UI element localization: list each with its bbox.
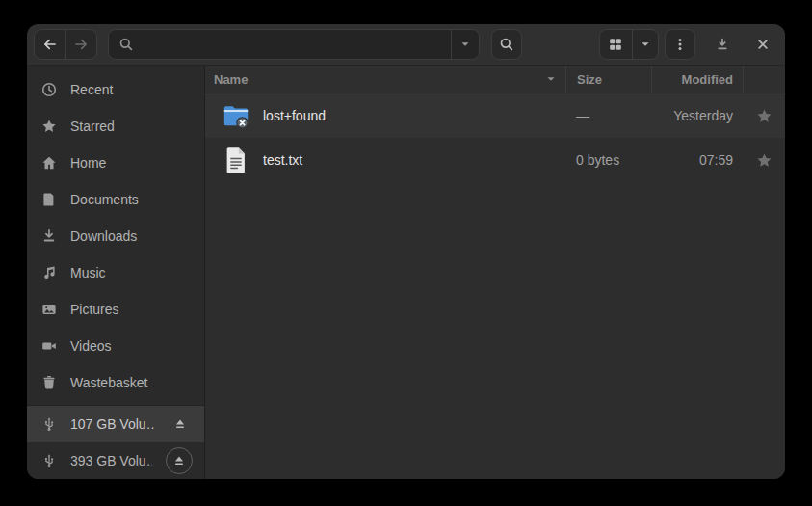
- star-toggle-icon[interactable]: [756, 152, 773, 169]
- nav-button-group: [34, 29, 97, 60]
- sidebar-item-label: Pictures: [70, 302, 119, 317]
- trash-icon: [41, 375, 57, 390]
- sidebar-item-documents[interactable]: Documents: [27, 181, 204, 218]
- text-file-icon: [222, 146, 250, 174]
- sidebar-item-label: Wastebasket: [70, 375, 147, 390]
- star-icon: [41, 119, 57, 134]
- forward-button[interactable]: [65, 30, 97, 59]
- hamburger-menu-button[interactable]: [665, 29, 695, 60]
- clock-icon: [41, 82, 57, 97]
- cell-modified: 07:59: [651, 152, 743, 168]
- sidebar-item-label: Starred: [70, 119, 115, 134]
- download-icon: [41, 228, 57, 244]
- file-name: test.txt: [263, 152, 302, 168]
- file-modified: Yesterday: [673, 108, 733, 123]
- entry-dropdown-button[interactable]: [451, 30, 479, 59]
- file-size: —: [576, 108, 589, 123]
- column-header-label: Name: [214, 72, 248, 87]
- file-row-test-txt[interactable]: test.txt 0 bytes 07:59: [205, 138, 785, 182]
- sidebar-item-label: Home: [70, 155, 106, 171]
- search-icon: [499, 37, 514, 52]
- location-search-entry[interactable]: [108, 29, 480, 60]
- sort-descending-icon: [545, 73, 557, 85]
- volume-label: 393 GB Volu…: [70, 453, 152, 468]
- eject-button[interactable]: [168, 412, 193, 437]
- sidebar-volume-393gb[interactable]: 393 GB Volu…: [27, 442, 204, 479]
- sidebar-item-music[interactable]: Music: [27, 254, 204, 291]
- star-toggle-icon[interactable]: [756, 108, 773, 124]
- cell-star: [743, 108, 785, 124]
- music-icon: [41, 265, 57, 280]
- headerbar[interactable]: [27, 24, 785, 66]
- sidebar-item-label: Music: [70, 265, 106, 280]
- kebab-menu-icon: [672, 37, 688, 52]
- view-options-button[interactable]: [632, 30, 659, 59]
- cell-name: lost+found: [205, 101, 565, 130]
- eject-button[interactable]: [166, 447, 193, 474]
- back-icon: [42, 37, 58, 52]
- sidebar-item-label: Downloads: [70, 228, 137, 244]
- downloads-progress-button[interactable]: [708, 30, 737, 59]
- sidebar-item-recent[interactable]: Recent: [27, 71, 204, 108]
- eject-icon: [172, 454, 186, 467]
- file-name: lost+found: [263, 108, 326, 123]
- search-icon: [109, 30, 134, 59]
- grid-view-button[interactable]: [600, 30, 632, 59]
- sidebar-item-label: Recent: [70, 82, 113, 97]
- file-modified: 07:59: [699, 152, 733, 168]
- column-header-star[interactable]: [743, 66, 785, 93]
- usb-drive-icon: [41, 453, 57, 468]
- sidebar-item-wastebasket[interactable]: Wastebasket: [27, 364, 204, 401]
- column-header-size[interactable]: Size: [565, 66, 651, 93]
- column-header-label: Modified: [682, 72, 733, 87]
- volume-label: 107 GB Volu…: [70, 416, 154, 432]
- file-list-pane: Name Size Modified: [205, 66, 785, 479]
- search-toggle-button[interactable]: [491, 29, 522, 60]
- cell-name: test.txt: [205, 146, 565, 174]
- file-size: 0 bytes: [576, 152, 619, 168]
- eject-icon: [173, 417, 187, 431]
- chevron-down-icon: [459, 39, 471, 50]
- close-icon: [756, 38, 770, 51]
- home-icon: [41, 155, 57, 171]
- sidebar-item-videos[interactable]: Videos: [27, 328, 204, 364]
- file-rows: lost+found — Yesterday: [205, 93, 785, 479]
- search-input[interactable]: [134, 30, 451, 59]
- grid-view-icon: [608, 37, 623, 52]
- places-sidebar: Recent Starred Home Documents: [27, 66, 205, 479]
- download-tray-icon: [715, 37, 730, 52]
- forward-icon: [73, 37, 89, 52]
- cell-star: [743, 152, 785, 169]
- list-column-headers: Name Size Modified: [205, 66, 785, 93]
- sidebar-volume-107gb[interactable]: 107 GB Volu…: [27, 406, 204, 442]
- usb-drive-icon: [41, 416, 57, 432]
- cell-modified: Yesterday: [651, 108, 743, 123]
- document-icon: [41, 192, 57, 207]
- column-header-modified[interactable]: Modified: [651, 66, 743, 93]
- window-close-button[interactable]: [748, 30, 777, 59]
- back-button[interactable]: [35, 30, 65, 59]
- cell-size: 0 bytes: [565, 152, 651, 168]
- sidebar-item-label: Documents: [70, 192, 139, 207]
- view-switcher-group: [599, 29, 659, 60]
- sidebar-item-starred[interactable]: Starred: [27, 108, 204, 145]
- column-header-name[interactable]: Name: [205, 66, 565, 93]
- volumes-section: 107 GB Volu… 393 GB Volu…: [27, 405, 204, 479]
- folder-no-access-icon: [222, 101, 250, 130]
- file-manager-window: Recent Starred Home Documents: [27, 24, 785, 479]
- file-row-lost-found[interactable]: lost+found — Yesterday: [205, 93, 785, 138]
- chevron-down-icon: [640, 39, 651, 50]
- sidebar-item-downloads[interactable]: Downloads: [27, 218, 204, 254]
- column-header-label: Size: [577, 72, 602, 87]
- image-icon: [41, 302, 57, 317]
- sidebar-item-pictures[interactable]: Pictures: [27, 291, 204, 328]
- cell-size: —: [565, 108, 651, 123]
- video-camera-icon: [41, 338, 57, 354]
- sidebar-item-label: Videos: [70, 338, 112, 354]
- sidebar-item-home[interactable]: Home: [27, 145, 204, 181]
- window-content: Recent Starred Home Documents: [27, 66, 785, 479]
